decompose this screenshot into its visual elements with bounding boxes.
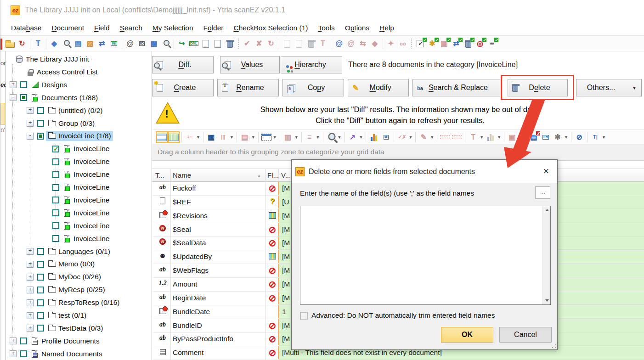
grid-frame-icon[interactable]: ▣ (506, 131, 518, 143)
delete-document-icon[interactable] (305, 38, 317, 50)
tree-checkbox-empty[interactable] (52, 171, 59, 178)
cancel-button[interactable]: Cancel (499, 327, 552, 343)
select-by-form-icon[interactable]: ✱✓ (426, 38, 438, 50)
tree-item-database-root[interactable]: The Library JJJJ init (6, 53, 152, 66)
validate-cells-icon[interactable]: ✓✗ (396, 131, 408, 143)
menu-folder[interactable]: Folder (198, 21, 229, 35)
expand-icon[interactable]: + (10, 338, 17, 344)
tree-checkbox-empty[interactable] (52, 197, 59, 203)
collapse-icon[interactable]: - (27, 133, 34, 140)
export-document-icon[interactable]: ↪ (176, 38, 188, 50)
form-mail-icon[interactable]: @ (333, 38, 345, 50)
dropdown-caret-icon[interactable]: ▼ (602, 135, 606, 140)
advanced-checkbox[interactable] (300, 312, 308, 320)
scroll-down-icon[interactable] (543, 297, 551, 304)
audit-database-icon[interactable] (60, 38, 72, 50)
dialog-resize-grip[interactable] (552, 344, 556, 349)
menu-my-selection[interactable]: My Selection (147, 21, 198, 35)
expand-icon[interactable]: + (10, 350, 17, 357)
expand-icon[interactable]: + (27, 107, 34, 114)
swap-selection-icon[interactable]: ⇄✓ (450, 38, 462, 50)
copy-cells-icon[interactable]: ▥ (282, 131, 294, 143)
new-form-document-icon[interactable] (212, 38, 224, 50)
tree-checkbox-empty[interactable] (52, 209, 59, 216)
selection-frame-icon[interactable] (260, 131, 272, 143)
menu-document[interactable]: Document (46, 21, 89, 35)
dropdown-caret-icon[interactable]: ▼ (251, 135, 255, 140)
paste-append-icon[interactable]: ≡ (304, 131, 316, 143)
menu-help[interactable]: Help (374, 21, 399, 35)
open-database-icon[interactable] (4, 38, 16, 50)
selected-documents-icon[interactable]: ▣✓ (438, 38, 450, 50)
menu-database[interactable]: Database (6, 21, 46, 35)
tree-checkbox-empty[interactable] (52, 158, 59, 165)
dropdown-caret-icon[interactable]: ▼ (294, 135, 299, 140)
search-grid-icon[interactable] (325, 131, 337, 143)
scroll-up-icon[interactable] (543, 206, 551, 214)
tree-checkbox-empty[interactable] (37, 274, 44, 281)
tree-item-invoiceline-doc[interactable]: InvoiceLine (6, 155, 152, 168)
tree-checkbox-empty[interactable] (52, 222, 59, 229)
grouping-drop-zone[interactable]: Drag a column header to this grouping zo… (152, 144, 644, 161)
ini-file-icon[interactable]: INI (108, 38, 120, 50)
discard-changes-icon[interactable]: ✘ (253, 38, 265, 50)
tree-item-languages[interactable]: +Languages (0/1) (6, 245, 152, 258)
selection-report-icon[interactable]: ≡✓ (486, 38, 498, 50)
document-links-icon[interactable]: ⇆ (357, 38, 369, 50)
commit-changes-icon[interactable]: ✔ (241, 38, 253, 50)
expand-icon[interactable]: + (27, 299, 34, 306)
menu-tools[interactable]: Tools (313, 21, 339, 35)
recent-databases-icon[interactable]: ↻ (16, 38, 28, 50)
sort-values-icon[interactable] (485, 131, 497, 143)
expand-icon[interactable]: + (27, 287, 34, 293)
expand-icon[interactable]: + (27, 274, 34, 281)
add-delete-rows-icon[interactable]: ▤✗ (528, 131, 540, 143)
dropdown-caret-icon[interactable]: ▼ (196, 135, 200, 140)
tree-checkbox-empty[interactable] (52, 235, 59, 242)
tree-item-resptoresp[interactable]: +RespToResp (0/16) (6, 296, 152, 309)
export-grid-icon[interactable]: ↗ (346, 131, 358, 143)
expand-icon[interactable]: + (27, 248, 34, 255)
grid-header-name[interactable]: Name (173, 171, 191, 179)
menu-checkbox-selection[interactable]: CheckBox Selection (1) (228, 21, 313, 35)
menu-search[interactable]: Search (115, 21, 147, 35)
expand-icon[interactable]: + (27, 120, 34, 127)
tree-item-designs[interactable]: +Designs (6, 79, 152, 91)
new-document-icon[interactable] (200, 38, 212, 50)
layout-classic-icon[interactable] (156, 131, 168, 143)
tree-item-invoiceline[interactable]: -InvoiceLine (1/8) (6, 129, 152, 142)
tree-item-invoiceline-doc[interactable]: InvoiceLine (6, 219, 152, 232)
refresh-row-icon[interactable] (451, 131, 463, 143)
export-dxl-icon[interactable]: DXL (188, 38, 200, 50)
tree-item-untitled[interactable]: +(untitled) (0/2) (6, 104, 152, 117)
tree-item-mydoc[interactable]: +MyDoc (0/26) (6, 270, 152, 283)
fit-grid-icon[interactable]: ⇄ (380, 131, 392, 143)
row-bands-icon[interactable]: ▤ (239, 131, 251, 143)
dropdown-caret-icon[interactable]: ▼ (230, 135, 234, 140)
search-address-icon[interactable]: @ (124, 38, 136, 50)
clear-filter-icon[interactable]: ⊘ (573, 131, 585, 143)
find-documents-icon[interactable]: oo (397, 38, 409, 50)
tree-item-testdata[interactable]: +TestData (0/3) (6, 322, 152, 335)
split-columns-icon[interactable]: ||| (217, 131, 229, 143)
clean-fields-icon[interactable]: ✦ (385, 38, 397, 50)
tree-item-group[interactable]: +Group (0/3) (6, 117, 152, 130)
column-width-icon[interactable]: T| (589, 131, 601, 143)
tree-item-named-documents[interactable]: +Named Documents (6, 348, 152, 360)
menu-field[interactable]: Field (89, 21, 115, 35)
freeze-row-icon[interactable] (439, 131, 451, 143)
database-analysis-icon[interactable]: ▤ (72, 38, 84, 50)
dropdown-caret-icon[interactable]: ▼ (338, 135, 342, 140)
tree-checkbox-empty[interactable] (37, 287, 44, 293)
recycle-bin-icon[interactable] (224, 38, 236, 50)
delete-selection-icon[interactable]: ✓ (462, 38, 474, 50)
tree-checkbox-empty[interactable] (37, 120, 44, 127)
grid-header-flag[interactable]: Fl... (267, 171, 279, 179)
title-options-icon[interactable]: T (32, 38, 44, 50)
diamond-navigator-icon[interactable]: ◆ (48, 38, 60, 50)
grid-header-type[interactable]: T... (155, 171, 164, 179)
grid-header-value[interactable]: V... (281, 171, 291, 179)
expand-icon[interactable]: + (27, 261, 34, 268)
tree-item-invoiceline-doc[interactable]: InvoiceLine (6, 142, 152, 155)
reload-selection-icon[interactable]: ↻ (265, 38, 277, 50)
